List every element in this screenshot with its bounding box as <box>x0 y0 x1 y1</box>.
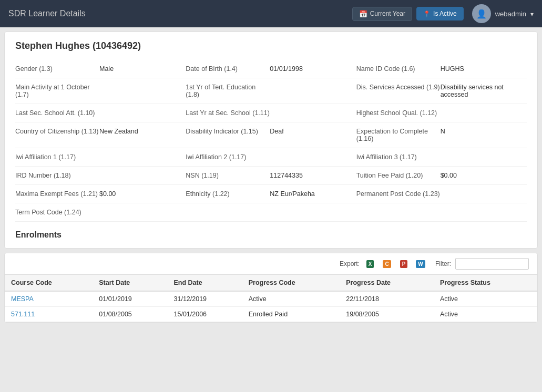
field-iwi3: Iwi Affiliation 3 (1.17) <box>356 148 527 167</box>
learner-details-card: Stephen Hughes (10436492) Gender (1.3) M… <box>4 32 538 249</box>
col-header-progress-status: Progress Status <box>434 275 537 291</box>
field-highest-qual: Highest School Qual. (1.12) <box>356 104 527 122</box>
field-label-permanent-post: Permanent Post Code (1.23) <box>356 190 441 198</box>
field-label-tuition: Tuition Fee Paid (1.20) <box>356 172 441 179</box>
filter-input[interactable] <box>455 258 529 270</box>
filter-label: Filter: <box>435 260 451 267</box>
table-row: 571.111 01/08/2005 15/01/2006 Enrolled P… <box>5 307 537 322</box>
export-label: Export: <box>340 260 360 267</box>
user-menu[interactable]: 👤 webadmin <box>472 4 534 23</box>
field-term-post: Term Post Code (1.24) <box>15 203 186 222</box>
field-citizenship: Country of Citizenship (1.13) New Zealan… <box>15 122 186 148</box>
field-tuition: Tuition Fee Paid (1.20) $0.00 <box>356 167 527 185</box>
field-label-iwi1: Iwi Affiliation 1 (1.17) <box>15 153 99 161</box>
field-nsn: NSN (1.19) 112744335 <box>186 167 356 185</box>
field-label-main-activity: Main Activity at 1 October (1.7) <box>15 84 99 98</box>
calendar-icon <box>359 10 367 18</box>
enrolments-toolbar: Export: X C P W Filter: <box>5 253 537 275</box>
field-main-activity: Main Activity at 1 October (1.7) <box>15 78 186 104</box>
field-value-disability: Deaf <box>270 128 283 142</box>
field-disability: Disability Indicator (1.15) Deaf <box>186 122 356 148</box>
field-value-citizenship: New Zealand <box>99 128 138 142</box>
field-label-dob: Date of Birth (1.4) <box>186 65 270 73</box>
field-label-name-id: Name ID Code (1.6) <box>356 65 441 73</box>
field-label-highest-qual: Highest School Qual. (1.12) <box>356 109 441 117</box>
field-label-last-sec-school: Last Sec. School Att. (1.10) <box>15 109 99 117</box>
field-empty-1 <box>186 203 356 222</box>
field-value-dis-services: Disability services not accessed <box>441 84 527 98</box>
cell-progress-date-1: 22/11/2018 <box>340 291 434 307</box>
field-empty-2 <box>356 203 527 222</box>
field-value-gender: Male <box>99 65 114 73</box>
field-value-tuition: $0.00 <box>441 172 457 179</box>
cell-progress-code-1: Active <box>242 291 340 307</box>
field-label-last-yr-sec: Last Yr at Sec. School (1.11) <box>186 109 270 117</box>
enrolments-card: Export: X C P W Filter: Course Code Star… <box>4 253 538 323</box>
field-dob: Date of Birth (1.4) 01/01/1998 <box>186 60 356 78</box>
field-label-maxima: Maxima Exempt Fees (1.21) <box>15 190 99 198</box>
cell-course-code-2[interactable]: 571.111 <box>5 307 93 322</box>
app-header: SDR Learner Details Current Year Is Acti… <box>0 0 542 27</box>
field-value-dob: 01/01/1998 <box>270 65 303 73</box>
field-label-iwi3: Iwi Affiliation 3 (1.17) <box>356 153 441 161</box>
table-row: MESPA 01/01/2019 31/12/2019 Active 22/11… <box>5 291 537 307</box>
field-first-yr: 1st Yr of Tert. Education (1.8) <box>186 78 356 104</box>
field-label-term-post: Term Post Code (1.24) <box>15 209 99 216</box>
enrolments-section-title: Enrolments <box>15 230 527 240</box>
col-header-end-date: End Date <box>168 275 242 291</box>
field-label-ethnicity: Ethnicity (1.22) <box>186 190 270 198</box>
col-header-progress-date: Progress Date <box>340 275 434 291</box>
field-iwi2: Iwi Affiliation 2 (1.17) <box>186 148 356 167</box>
field-dis-services: Dis. Services Accessed (1.9) Disability … <box>356 78 527 104</box>
cell-start-date-1: 01/01/2019 <box>93 291 167 307</box>
col-header-start-date: Start Date <box>93 275 167 291</box>
field-label-gender: Gender (1.3) <box>15 65 99 73</box>
is-active-label: Is Active <box>433 10 457 17</box>
field-label-ird: IRD Number (1.18) <box>15 172 99 179</box>
field-maxima: Maxima Exempt Fees (1.21) $0.00 <box>15 185 186 203</box>
field-last-sec-school: Last Sec. School Att. (1.10) <box>15 104 186 122</box>
field-iwi1: Iwi Affiliation 1 (1.17) <box>15 148 186 167</box>
cell-start-date-2: 01/08/2005 <box>93 307 167 322</box>
cell-end-date-2: 15/01/2006 <box>168 307 242 322</box>
export-xls-button[interactable]: X <box>364 257 376 270</box>
field-label-citizenship: Country of Citizenship (1.13) <box>15 128 99 142</box>
is-active-button[interactable]: Is Active <box>416 7 464 20</box>
learner-fields-grid: Gender (1.3) Male Date of Birth (1.4) 01… <box>15 60 527 222</box>
pin-icon <box>423 10 431 17</box>
chevron-down-icon <box>530 10 534 18</box>
field-label-nsn: NSN (1.19) <box>186 172 270 179</box>
field-permanent-post: Permanent Post Code (1.23) <box>356 185 527 203</box>
col-header-progress-code: Progress Code <box>242 275 340 291</box>
field-value-maxima: $0.00 <box>99 190 116 198</box>
header-controls: Current Year Is Active 👤 webadmin <box>352 4 534 23</box>
cell-progress-code-2: Enrolled Paid <box>242 307 340 322</box>
field-value-name-id: HUGHS <box>441 65 464 73</box>
cell-progress-status-2: Active <box>434 307 537 322</box>
cell-progress-date-2: 19/08/2005 <box>340 307 434 322</box>
export-word-button[interactable]: W <box>414 257 427 270</box>
field-name-id: Name ID Code (1.6) HUGHS <box>356 60 527 78</box>
app-title: SDR Learner Details <box>8 9 352 18</box>
export-pdf-button[interactable]: P <box>397 257 410 270</box>
field-value-expectation: N <box>441 128 445 142</box>
field-label-dis-services: Dis. Services Accessed (1.9) <box>356 84 441 98</box>
export-csv-button[interactable]: C <box>381 257 393 270</box>
table-header-row: Course Code Start Date End Date Progress… <box>5 275 537 291</box>
username-label: webadmin <box>495 10 526 18</box>
cell-course-code-1[interactable]: MESPA <box>5 291 93 307</box>
field-label-iwi2: Iwi Affiliation 2 (1.17) <box>186 153 270 161</box>
field-last-yr-sec: Last Yr at Sec. School (1.11) <box>186 104 356 122</box>
cell-end-date-1: 31/12/2019 <box>168 291 242 307</box>
field-label-disability: Disability Indicator (1.15) <box>186 128 270 142</box>
learner-name: Stephen Hughes (10436492) <box>15 40 527 51</box>
field-ethnicity: Ethnicity (1.22) NZ Eur/Pakeha <box>186 185 356 203</box>
col-header-course-code: Course Code <box>5 275 93 291</box>
field-value-ethnicity: NZ Eur/Pakeha <box>270 190 314 198</box>
avatar: 👤 <box>472 4 491 23</box>
enrolments-table: Course Code Start Date End Date Progress… <box>5 275 537 322</box>
field-gender: Gender (1.3) Male <box>15 60 186 78</box>
current-year-button[interactable]: Current Year <box>352 7 412 21</box>
field-value-nsn: 112744335 <box>270 172 303 179</box>
field-label-expectation: Expectation to Complete (1.16) <box>356 128 441 142</box>
